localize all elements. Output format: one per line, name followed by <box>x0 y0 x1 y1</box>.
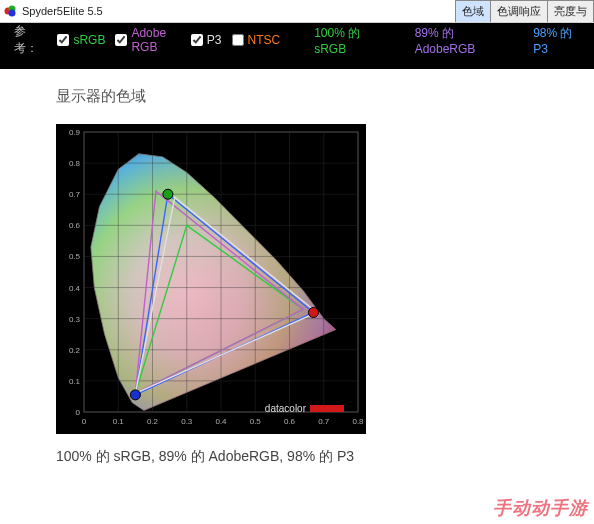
content-area: 显示器的色域 00.10.20.30.40.50.60.70.800.10.20… <box>0 69 594 466</box>
checkbox-ntsc-label: NTSC <box>248 33 281 47</box>
pct-adobergb: 89% 的 AdobeRGB <box>415 25 499 56</box>
titlebar: Spyder5Elite 5.5 色域 色调响应 亮度与 <box>0 0 594 23</box>
tab-tone[interactable]: 色调响应 <box>490 0 548 22</box>
pct-p3: 98% 的 P3 <box>533 25 580 56</box>
svg-text:0.7: 0.7 <box>69 190 81 199</box>
svg-point-45 <box>130 390 140 400</box>
checkbox-srgb-label: sRGB <box>73 33 105 47</box>
checkbox-srgb[interactable]: sRGB <box>57 33 105 47</box>
view-tabs: 色域 色调响应 亮度与 <box>456 0 594 22</box>
svg-text:0.5: 0.5 <box>250 417 262 426</box>
datacolor-logo: datacolor <box>265 403 344 414</box>
checkbox-p3-input[interactable] <box>191 34 203 46</box>
datacolor-bar-icon <box>310 405 344 412</box>
svg-point-43 <box>308 307 318 317</box>
svg-text:0: 0 <box>76 408 81 417</box>
svg-text:0.2: 0.2 <box>147 417 159 426</box>
watermark: 手动动手游 <box>493 496 588 520</box>
pct-srgb: 100% 的 sRGB <box>314 25 380 56</box>
svg-text:0.7: 0.7 <box>318 417 330 426</box>
app-icon <box>4 4 18 18</box>
svg-text:0.5: 0.5 <box>69 252 81 261</box>
svg-text:0.3: 0.3 <box>181 417 193 426</box>
svg-text:0: 0 <box>82 417 87 426</box>
toolbar-border <box>0 57 594 69</box>
reference-label: 参考： <box>14 23 43 57</box>
checkbox-p3-label: P3 <box>207 33 222 47</box>
checkbox-adobergb[interactable]: Adobe RGB <box>115 26 180 54</box>
tab-brightness[interactable]: 亮度与 <box>547 0 594 22</box>
checkbox-srgb-input[interactable] <box>57 34 69 46</box>
checkbox-ntsc-input[interactable] <box>232 34 244 46</box>
reference-toolbar: 参考： sRGB Adobe RGB P3 NTSC 100% 的 sRGB 8… <box>0 23 594 57</box>
gamut-chart: 00.10.20.30.40.50.60.70.800.10.20.30.40.… <box>56 124 366 434</box>
svg-point-44 <box>163 189 173 199</box>
svg-text:0.9: 0.9 <box>69 128 81 137</box>
window-title: Spyder5Elite 5.5 <box>22 5 103 17</box>
svg-point-2 <box>9 10 16 17</box>
checkbox-adobergb-input[interactable] <box>115 34 127 46</box>
svg-text:0.8: 0.8 <box>352 417 364 426</box>
svg-text:0.1: 0.1 <box>69 377 81 386</box>
gamut-caption: 100% 的 sRGB, 89% 的 AdobeRGB, 98% 的 P3 <box>56 448 594 466</box>
checkbox-adobergb-label: Adobe RGB <box>131 26 180 54</box>
svg-text:0.4: 0.4 <box>215 417 227 426</box>
svg-text:0.2: 0.2 <box>69 346 81 355</box>
svg-text:0.1: 0.1 <box>113 417 125 426</box>
section-heading: 显示器的色域 <box>56 87 594 106</box>
tab-gamut[interactable]: 色域 <box>455 0 491 22</box>
svg-text:0.3: 0.3 <box>69 315 81 324</box>
svg-text:0.8: 0.8 <box>69 159 81 168</box>
checkbox-ntsc[interactable]: NTSC <box>232 33 281 47</box>
svg-text:0.4: 0.4 <box>69 284 81 293</box>
svg-text:0.6: 0.6 <box>69 221 81 230</box>
datacolor-text: datacolor <box>265 403 306 414</box>
svg-text:0.6: 0.6 <box>284 417 296 426</box>
checkbox-p3[interactable]: P3 <box>191 33 222 47</box>
